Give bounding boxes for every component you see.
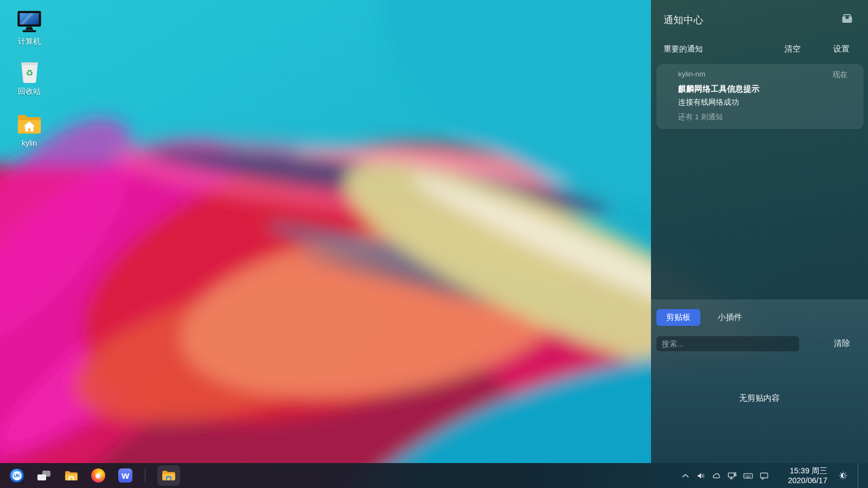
desktop-icon-label: 回收站 bbox=[0, 87, 59, 97]
ukui-logo-icon: UK bbox=[10, 468, 24, 483]
computer-icon bbox=[0, 9, 59, 34]
svg-text:♻: ♻ bbox=[25, 68, 33, 78]
clear-clipboard-button[interactable]: 清除 bbox=[834, 338, 850, 349]
wired-network-icon[interactable] bbox=[727, 470, 738, 481]
show-desktop-separator bbox=[858, 463, 858, 488]
home-folder-icon bbox=[0, 111, 59, 136]
tray-expand-chevron-icon[interactable] bbox=[680, 470, 691, 481]
clear-all-button[interactable]: 清空 bbox=[784, 44, 801, 54]
notification-section: 通知中心 重要的通知 清空 设置 kylin-nm 现在 bbox=[651, 0, 868, 300]
notification-title: 麒麟网络工具信息提示 bbox=[678, 84, 847, 94]
wps-office-button[interactable]: W bbox=[118, 468, 133, 483]
firefox-button[interactable] bbox=[91, 468, 106, 483]
important-notifications-title: 重要的通知 bbox=[663, 44, 784, 54]
notification-app-name: kylin-nm bbox=[678, 70, 833, 80]
taskbar-separator bbox=[145, 468, 145, 483]
taskbar: UK W bbox=[0, 463, 868, 488]
search-input[interactable] bbox=[656, 336, 799, 351]
notification-more-count: 还有 1 则通知 bbox=[678, 112, 847, 122]
clock-time: 15:39 周三 bbox=[782, 466, 827, 476]
file-manager-button[interactable] bbox=[63, 468, 79, 483]
panel-title: 通知中心 bbox=[663, 14, 840, 27]
desktop: 计算机 ♻ 回收站 kylin 通知中心 bbox=[0, 0, 868, 488]
clipboard-tabs: 剪贴板 小插件 bbox=[656, 309, 752, 326]
clock[interactable]: 15:39 周三 2020/06/17 bbox=[782, 466, 827, 485]
settings-button[interactable]: 设置 bbox=[833, 44, 850, 54]
desktop-icon-home-folder[interactable]: kylin bbox=[0, 111, 59, 147]
tab-widgets[interactable]: 小插件 bbox=[708, 309, 752, 326]
folder-open-icon bbox=[161, 468, 176, 483]
notification-center-panel: 通知中心 重要的通知 清空 设置 kylin-nm 现在 bbox=[651, 0, 868, 463]
desktop-icon-label: 计算机 bbox=[0, 37, 59, 47]
messages-icon[interactable] bbox=[758, 470, 769, 481]
desktop-icon-label: kylin bbox=[0, 139, 59, 147]
keyboard-icon[interactable] bbox=[743, 470, 754, 481]
notification-body: 连接有线网络成功 bbox=[678, 98, 847, 107]
task-view-button[interactable] bbox=[36, 468, 52, 483]
clock-date: 2020/06/17 bbox=[782, 476, 827, 485]
folder-icon bbox=[64, 468, 79, 483]
recycle-bin-icon: ♻ bbox=[0, 59, 59, 84]
notification-card[interactable]: kylin-nm 现在 麒麟网络工具信息提示 连接有线网络成功 还有 1 则通知 bbox=[656, 64, 864, 129]
cloud-icon[interactable] bbox=[711, 470, 722, 481]
firefox-icon bbox=[91, 468, 105, 483]
show-desktop-button[interactable] bbox=[863, 463, 868, 488]
desktop-icon-computer[interactable]: 计算机 bbox=[0, 9, 59, 47]
task-view-icon bbox=[37, 471, 50, 480]
inbox-collapse-icon[interactable] bbox=[840, 12, 854, 28]
file-manager-active-window[interactable] bbox=[157, 465, 180, 486]
clipboard-section: 剪贴板 小插件 清除 无剪贴内容 bbox=[651, 299, 868, 463]
desktop-icon-recycle-bin[interactable]: ♻ 回收站 bbox=[0, 59, 59, 97]
notification-time: 现在 bbox=[833, 70, 847, 80]
volume-icon[interactable] bbox=[695, 470, 706, 481]
start-menu-button[interactable]: UK bbox=[9, 468, 24, 483]
wps-icon: W bbox=[118, 468, 132, 483]
empty-clipboard-text: 无剪贴内容 bbox=[651, 393, 868, 403]
tab-clipboard[interactable]: 剪贴板 bbox=[656, 309, 700, 326]
night-mode-icon[interactable] bbox=[838, 470, 848, 481]
